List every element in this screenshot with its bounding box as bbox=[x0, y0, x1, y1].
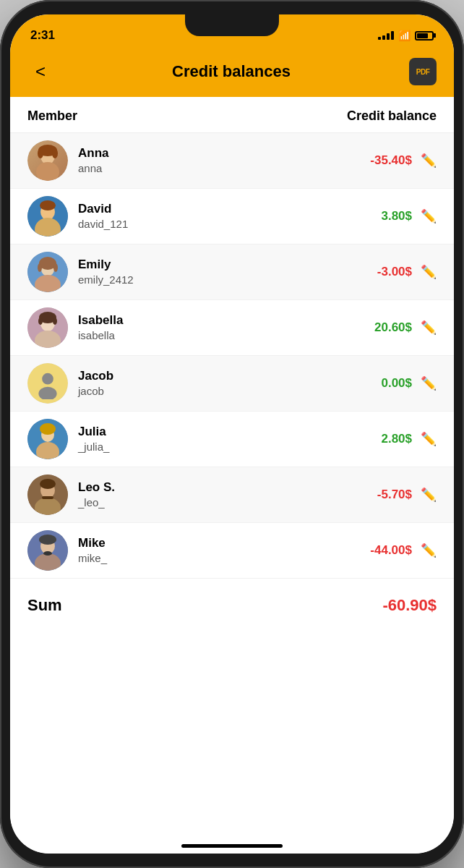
member-info-david: David david_121 bbox=[78, 201, 354, 231]
balance-area-anna: -35.40$ ✏️ bbox=[354, 153, 437, 169]
balance-area-emily: -3.00$ ✏️ bbox=[354, 264, 437, 280]
phone-screen: 2:31 📶 < Credit balances PDF bbox=[10, 14, 454, 854]
avatar-anna bbox=[27, 140, 68, 181]
balance-area-mike: -44.00$ ✏️ bbox=[354, 542, 437, 558]
edit-button-isabella[interactable]: ✏️ bbox=[421, 320, 437, 336]
member-username-anna: anna bbox=[78, 161, 354, 176]
table-header: Member Credit balance bbox=[10, 97, 454, 133]
edit-button-mike[interactable]: ✏️ bbox=[421, 542, 437, 558]
member-row-isabella: Isabella isabella 20.60$ ✏️ bbox=[10, 300, 454, 356]
svg-point-36 bbox=[43, 551, 52, 556]
edit-button-jacob[interactable]: ✏️ bbox=[421, 375, 437, 391]
status-icons: 📶 bbox=[378, 30, 434, 41]
member-info-julia: Julia _julia_ bbox=[78, 424, 354, 454]
svg-point-26 bbox=[40, 423, 56, 435]
svg-point-35 bbox=[39, 535, 56, 545]
member-row-leo: Leo S. _leo_ -5.70$ ✏️ bbox=[10, 467, 454, 523]
member-info-emily: Emily emily_2412 bbox=[78, 257, 354, 287]
edit-button-julia[interactable]: ✏️ bbox=[421, 431, 437, 447]
member-row-emily: Emily emily_2412 -3.00$ ✏️ bbox=[10, 244, 454, 300]
member-name-anna: Anna bbox=[78, 145, 354, 161]
svg-point-3 bbox=[38, 148, 43, 158]
wifi-icon: 📶 bbox=[398, 30, 411, 41]
member-row-david: David david_121 3.80$ ✏️ bbox=[10, 189, 454, 244]
column-member: Member bbox=[27, 109, 77, 124]
member-row-julia: Julia _julia_ 2.80$ ✏️ bbox=[10, 412, 454, 467]
avatar-david bbox=[27, 196, 68, 237]
battery-icon bbox=[415, 31, 434, 41]
balance-anna: -35.40$ bbox=[354, 153, 412, 168]
avatar-isabella bbox=[27, 307, 68, 348]
svg-point-13 bbox=[38, 263, 42, 272]
member-info-leo: Leo S. _leo_ bbox=[78, 480, 354, 510]
avatar-julia bbox=[27, 419, 68, 459]
edit-button-leo[interactable]: ✏️ bbox=[421, 487, 437, 503]
balance-area-julia: 2.80$ ✏️ bbox=[354, 431, 437, 447]
balance-mike: -44.00$ bbox=[354, 543, 412, 558]
member-name-jacob: Jacob bbox=[78, 368, 354, 384]
sum-value: -60.90$ bbox=[382, 596, 437, 615]
column-balance: Credit balance bbox=[347, 109, 437, 124]
svg-point-30 bbox=[40, 479, 56, 489]
member-username-david: david_121 bbox=[78, 217, 354, 231]
member-name-isabella: Isabella bbox=[78, 312, 354, 328]
member-name-david: David bbox=[78, 201, 354, 217]
avatar-leo bbox=[27, 475, 68, 515]
members-list: Anna anna -35.40$ ✏️ David david_12 bbox=[10, 133, 454, 579]
member-name-mike: Mike bbox=[78, 535, 354, 551]
balance-julia: 2.80$ bbox=[354, 432, 412, 446]
svg-point-8 bbox=[40, 200, 56, 210]
signal-icon bbox=[378, 31, 394, 40]
phone-frame: 2:31 📶 < Credit balances PDF bbox=[0, 0, 464, 868]
svg-point-20 bbox=[53, 318, 57, 325]
notch bbox=[185, 14, 279, 36]
balance-david: 3.80$ bbox=[354, 209, 412, 224]
edit-button-anna[interactable]: ✏️ bbox=[421, 153, 437, 169]
member-username-julia: _julia_ bbox=[78, 440, 354, 454]
balance-jacob: 0.00$ bbox=[354, 376, 412, 391]
content-area: Member Credit balance Anna anna bbox=[10, 97, 454, 854]
balance-emily: -3.00$ bbox=[354, 265, 412, 279]
status-time: 2:31 bbox=[30, 28, 55, 43]
sum-label: Sum bbox=[27, 596, 62, 615]
member-info-anna: Anna anna bbox=[78, 145, 354, 176]
edit-button-david[interactable]: ✏️ bbox=[421, 208, 437, 224]
balance-area-leo: -5.70$ ✏️ bbox=[354, 487, 437, 503]
member-name-emily: Emily bbox=[78, 257, 354, 273]
back-button[interactable]: < bbox=[27, 61, 53, 82]
svg-rect-31 bbox=[42, 496, 53, 499]
member-row-anna: Anna anna -35.40$ ✏️ bbox=[10, 133, 454, 189]
balance-area-david: 3.80$ ✏️ bbox=[354, 208, 437, 224]
page-title: Credit balances bbox=[172, 62, 291, 81]
member-info-jacob: Jacob jacob bbox=[78, 368, 354, 399]
member-info-isabella: Isabella isabella bbox=[78, 312, 354, 343]
svg-point-14 bbox=[53, 263, 58, 272]
member-username-isabella: isabella bbox=[78, 328, 354, 343]
avatar-emily bbox=[27, 252, 68, 292]
member-username-emily: emily_2412 bbox=[78, 273, 354, 287]
svg-point-22 bbox=[38, 387, 56, 399]
member-name-julia: Julia bbox=[78, 424, 354, 440]
balance-area-jacob: 0.00$ ✏️ bbox=[354, 375, 437, 391]
balance-isabella: 20.60$ bbox=[354, 320, 412, 335]
balance-leo: -5.70$ bbox=[354, 488, 412, 502]
member-info-mike: Mike mike_ bbox=[78, 535, 354, 566]
member-name-leo: Leo S. bbox=[78, 480, 354, 495]
member-row-jacob: Jacob jacob 0.00$ ✏️ bbox=[10, 356, 454, 412]
member-username-mike: mike_ bbox=[78, 551, 354, 566]
home-indicator bbox=[181, 844, 283, 848]
pdf-button[interactable]: PDF bbox=[409, 58, 437, 85]
svg-point-4 bbox=[52, 148, 58, 158]
app-header: < Credit balances PDF bbox=[10, 51, 454, 97]
edit-button-emily[interactable]: ✏️ bbox=[421, 264, 437, 280]
svg-point-1 bbox=[36, 162, 59, 181]
sum-row: Sum -60.90$ bbox=[10, 579, 454, 629]
balance-area-isabella: 20.60$ ✏️ bbox=[354, 320, 437, 336]
svg-point-19 bbox=[38, 318, 43, 325]
member-row-mike: Mike mike_ -44.00$ ✏️ bbox=[10, 523, 454, 579]
avatar-jacob bbox=[27, 363, 68, 404]
avatar-mike bbox=[27, 530, 68, 571]
pdf-label: PDF bbox=[416, 68, 430, 76]
svg-point-21 bbox=[42, 373, 53, 385]
member-username-leo: _leo_ bbox=[78, 495, 354, 510]
